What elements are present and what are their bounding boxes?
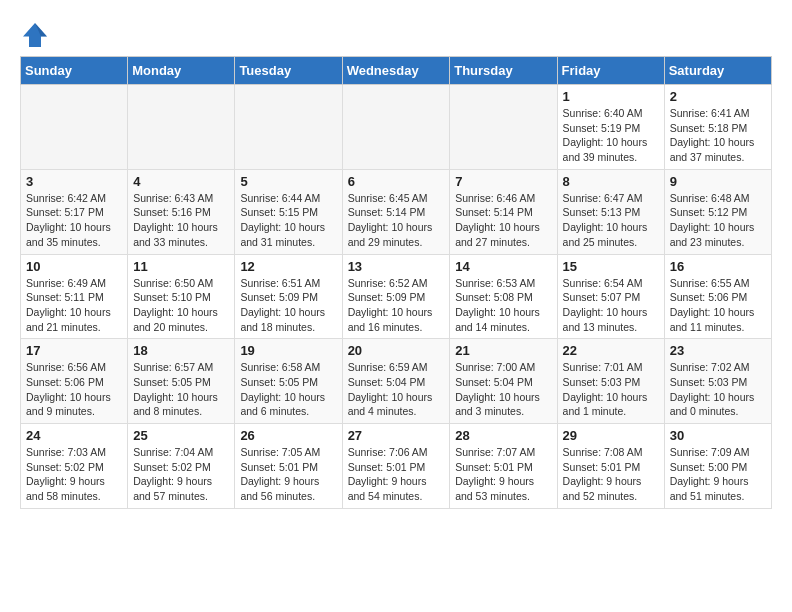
- calendar-cell: 17Sunrise: 6:56 AM Sunset: 5:06 PM Dayli…: [21, 339, 128, 424]
- day-info: Sunrise: 6:48 AM Sunset: 5:12 PM Dayligh…: [670, 191, 766, 250]
- day-number: 24: [26, 428, 122, 443]
- calendar-cell: 30Sunrise: 7:09 AM Sunset: 5:00 PM Dayli…: [664, 424, 771, 509]
- calendar-week-row: 3Sunrise: 6:42 AM Sunset: 5:17 PM Daylig…: [21, 169, 772, 254]
- day-number: 2: [670, 89, 766, 104]
- day-info: Sunrise: 7:03 AM Sunset: 5:02 PM Dayligh…: [26, 445, 122, 504]
- day-number: 26: [240, 428, 336, 443]
- calendar-table: SundayMondayTuesdayWednesdayThursdayFrid…: [20, 56, 772, 509]
- day-info: Sunrise: 7:00 AM Sunset: 5:04 PM Dayligh…: [455, 360, 551, 419]
- calendar-cell: 4Sunrise: 6:43 AM Sunset: 5:16 PM Daylig…: [128, 169, 235, 254]
- calendar-cell: 9Sunrise: 6:48 AM Sunset: 5:12 PM Daylig…: [664, 169, 771, 254]
- day-info: Sunrise: 6:41 AM Sunset: 5:18 PM Dayligh…: [670, 106, 766, 165]
- day-number: 6: [348, 174, 445, 189]
- day-info: Sunrise: 6:47 AM Sunset: 5:13 PM Dayligh…: [563, 191, 659, 250]
- day-number: 12: [240, 259, 336, 274]
- calendar-cell: 19Sunrise: 6:58 AM Sunset: 5:05 PM Dayli…: [235, 339, 342, 424]
- day-info: Sunrise: 7:01 AM Sunset: 5:03 PM Dayligh…: [563, 360, 659, 419]
- day-info: Sunrise: 6:45 AM Sunset: 5:14 PM Dayligh…: [348, 191, 445, 250]
- day-number: 30: [670, 428, 766, 443]
- day-number: 29: [563, 428, 659, 443]
- calendar-cell: 3Sunrise: 6:42 AM Sunset: 5:17 PM Daylig…: [21, 169, 128, 254]
- calendar-header-thursday: Thursday: [450, 57, 557, 85]
- day-number: 11: [133, 259, 229, 274]
- calendar-week-row: 17Sunrise: 6:56 AM Sunset: 5:06 PM Dayli…: [21, 339, 772, 424]
- day-number: 27: [348, 428, 445, 443]
- day-info: Sunrise: 6:46 AM Sunset: 5:14 PM Dayligh…: [455, 191, 551, 250]
- calendar-cell: 27Sunrise: 7:06 AM Sunset: 5:01 PM Dayli…: [342, 424, 450, 509]
- calendar-week-row: 1Sunrise: 6:40 AM Sunset: 5:19 PM Daylig…: [21, 85, 772, 170]
- day-info: Sunrise: 6:59 AM Sunset: 5:04 PM Dayligh…: [348, 360, 445, 419]
- day-number: 5: [240, 174, 336, 189]
- day-number: 21: [455, 343, 551, 358]
- calendar-cell: 10Sunrise: 6:49 AM Sunset: 5:11 PM Dayli…: [21, 254, 128, 339]
- day-number: 17: [26, 343, 122, 358]
- day-info: Sunrise: 6:40 AM Sunset: 5:19 PM Dayligh…: [563, 106, 659, 165]
- day-info: Sunrise: 6:51 AM Sunset: 5:09 PM Dayligh…: [240, 276, 336, 335]
- calendar-header-tuesday: Tuesday: [235, 57, 342, 85]
- calendar-cell: [128, 85, 235, 170]
- day-number: 8: [563, 174, 659, 189]
- calendar-cell: 11Sunrise: 6:50 AM Sunset: 5:10 PM Dayli…: [128, 254, 235, 339]
- day-number: 7: [455, 174, 551, 189]
- calendar-cell: [21, 85, 128, 170]
- calendar-cell: 5Sunrise: 6:44 AM Sunset: 5:15 PM Daylig…: [235, 169, 342, 254]
- day-info: Sunrise: 6:49 AM Sunset: 5:11 PM Dayligh…: [26, 276, 122, 335]
- day-number: 23: [670, 343, 766, 358]
- calendar-cell: 7Sunrise: 6:46 AM Sunset: 5:14 PM Daylig…: [450, 169, 557, 254]
- calendar-cell: 13Sunrise: 6:52 AM Sunset: 5:09 PM Dayli…: [342, 254, 450, 339]
- day-info: Sunrise: 6:42 AM Sunset: 5:17 PM Dayligh…: [26, 191, 122, 250]
- calendar-week-row: 24Sunrise: 7:03 AM Sunset: 5:02 PM Dayli…: [21, 424, 772, 509]
- calendar-cell: 24Sunrise: 7:03 AM Sunset: 5:02 PM Dayli…: [21, 424, 128, 509]
- calendar-cell: 2Sunrise: 6:41 AM Sunset: 5:18 PM Daylig…: [664, 85, 771, 170]
- calendar-cell: 26Sunrise: 7:05 AM Sunset: 5:01 PM Dayli…: [235, 424, 342, 509]
- calendar-cell: 1Sunrise: 6:40 AM Sunset: 5:19 PM Daylig…: [557, 85, 664, 170]
- day-info: Sunrise: 6:54 AM Sunset: 5:07 PM Dayligh…: [563, 276, 659, 335]
- calendar-cell: 12Sunrise: 6:51 AM Sunset: 5:09 PM Dayli…: [235, 254, 342, 339]
- day-number: 19: [240, 343, 336, 358]
- day-info: Sunrise: 7:09 AM Sunset: 5:00 PM Dayligh…: [670, 445, 766, 504]
- calendar-cell: [342, 85, 450, 170]
- day-number: 4: [133, 174, 229, 189]
- logo: [20, 20, 54, 50]
- calendar-header-row: SundayMondayTuesdayWednesdayThursdayFrid…: [21, 57, 772, 85]
- day-number: 16: [670, 259, 766, 274]
- calendar-cell: 21Sunrise: 7:00 AM Sunset: 5:04 PM Dayli…: [450, 339, 557, 424]
- day-number: 10: [26, 259, 122, 274]
- calendar-header-sunday: Sunday: [21, 57, 128, 85]
- day-number: 18: [133, 343, 229, 358]
- calendar-header-wednesday: Wednesday: [342, 57, 450, 85]
- day-info: Sunrise: 6:53 AM Sunset: 5:08 PM Dayligh…: [455, 276, 551, 335]
- calendar-cell: 28Sunrise: 7:07 AM Sunset: 5:01 PM Dayli…: [450, 424, 557, 509]
- calendar-cell: 8Sunrise: 6:47 AM Sunset: 5:13 PM Daylig…: [557, 169, 664, 254]
- day-info: Sunrise: 7:02 AM Sunset: 5:03 PM Dayligh…: [670, 360, 766, 419]
- calendar-cell: [450, 85, 557, 170]
- calendar-cell: 14Sunrise: 6:53 AM Sunset: 5:08 PM Dayli…: [450, 254, 557, 339]
- calendar-cell: 25Sunrise: 7:04 AM Sunset: 5:02 PM Dayli…: [128, 424, 235, 509]
- day-number: 1: [563, 89, 659, 104]
- calendar-cell: 15Sunrise: 6:54 AM Sunset: 5:07 PM Dayli…: [557, 254, 664, 339]
- day-number: 14: [455, 259, 551, 274]
- day-info: Sunrise: 6:56 AM Sunset: 5:06 PM Dayligh…: [26, 360, 122, 419]
- page-header: [20, 20, 772, 50]
- day-info: Sunrise: 7:05 AM Sunset: 5:01 PM Dayligh…: [240, 445, 336, 504]
- calendar-cell: 16Sunrise: 6:55 AM Sunset: 5:06 PM Dayli…: [664, 254, 771, 339]
- day-number: 20: [348, 343, 445, 358]
- calendar-cell: 29Sunrise: 7:08 AM Sunset: 5:01 PM Dayli…: [557, 424, 664, 509]
- day-number: 28: [455, 428, 551, 443]
- day-info: Sunrise: 7:08 AM Sunset: 5:01 PM Dayligh…: [563, 445, 659, 504]
- day-info: Sunrise: 6:58 AM Sunset: 5:05 PM Dayligh…: [240, 360, 336, 419]
- day-info: Sunrise: 6:43 AM Sunset: 5:16 PM Dayligh…: [133, 191, 229, 250]
- day-info: Sunrise: 7:06 AM Sunset: 5:01 PM Dayligh…: [348, 445, 445, 504]
- day-number: 13: [348, 259, 445, 274]
- calendar-cell: 6Sunrise: 6:45 AM Sunset: 5:14 PM Daylig…: [342, 169, 450, 254]
- day-info: Sunrise: 7:07 AM Sunset: 5:01 PM Dayligh…: [455, 445, 551, 504]
- calendar-header-monday: Monday: [128, 57, 235, 85]
- day-number: 15: [563, 259, 659, 274]
- calendar-week-row: 10Sunrise: 6:49 AM Sunset: 5:11 PM Dayli…: [21, 254, 772, 339]
- calendar-header-friday: Friday: [557, 57, 664, 85]
- day-info: Sunrise: 6:55 AM Sunset: 5:06 PM Dayligh…: [670, 276, 766, 335]
- calendar-cell: 18Sunrise: 6:57 AM Sunset: 5:05 PM Dayli…: [128, 339, 235, 424]
- day-info: Sunrise: 7:04 AM Sunset: 5:02 PM Dayligh…: [133, 445, 229, 504]
- calendar-header-saturday: Saturday: [664, 57, 771, 85]
- calendar-cell: 23Sunrise: 7:02 AM Sunset: 5:03 PM Dayli…: [664, 339, 771, 424]
